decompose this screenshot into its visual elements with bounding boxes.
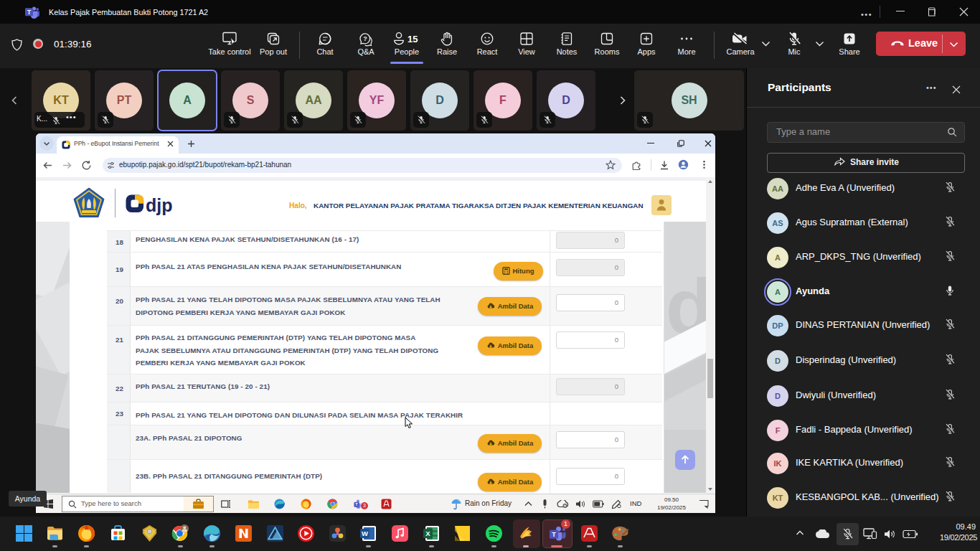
svg-text:⊙: ⊙ bbox=[563, 504, 567, 508]
svg-text:X: X bbox=[425, 529, 430, 537]
svg-text:T: T bbox=[552, 531, 556, 538]
svg-text:15: 15 bbox=[407, 34, 418, 44]
svg-text:djp: djp bbox=[146, 195, 173, 215]
svg-text:W: W bbox=[362, 529, 368, 537]
svg-text:?: ? bbox=[363, 35, 367, 42]
svg-text:T: T bbox=[27, 9, 32, 16]
